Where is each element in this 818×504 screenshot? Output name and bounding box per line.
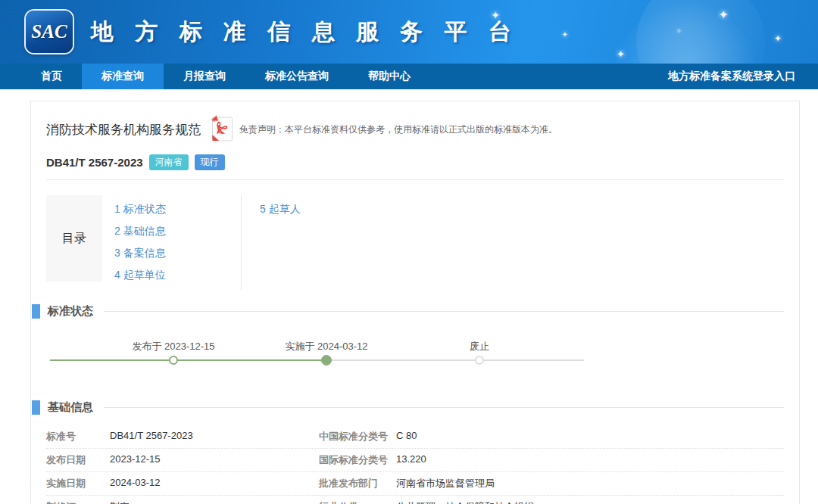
info-label: 国际标准分类号 <box>319 453 396 467</box>
toc-column-1: 1 标准状态 2 基础信息 3 备案信息 4 起草单位 <box>114 195 241 291</box>
basic-info-table: 标准号 DB41/T 2567-2023 中国标准分类号 C 80 发布日期 2… <box>46 425 784 504</box>
info-value: 制定 <box>110 500 319 504</box>
info-value: 2023-12-15 <box>110 453 319 467</box>
section-header-basic-info: 基础信息 <box>32 400 784 415</box>
globe-decoration <box>636 0 765 64</box>
nav-item-monthly-report[interactable]: 月报查询 <box>164 64 245 89</box>
timeline-dot-implemented <box>321 355 332 366</box>
info-label: 标准号 <box>46 430 110 443</box>
info-value: 公共管理、社会保障和社会组织 <box>396 500 784 504</box>
toc-link-standard-status[interactable]: 1 标准状态 <box>114 203 241 216</box>
nav-item-help-center[interactable]: 帮助中心 <box>348 64 430 89</box>
site-header: ✦ ✦ ✦ ✦ ✦ ✧ SAC 地 方 标 准 信 息 服 务 平 台 <box>0 0 818 64</box>
toc-link-drafters[interactable]: 5 起草人 <box>260 203 784 216</box>
sparkle-decoration: ✧ <box>676 27 682 35</box>
table-row: 制修订 制定 行业分类 公共管理、社会保障和社会组织 <box>46 496 784 504</box>
sparkle-decoration: ✦ <box>774 33 782 44</box>
pdf-file-icon[interactable] <box>211 115 233 145</box>
toc-link-basic-info[interactable]: 2 基础信息 <box>114 225 241 238</box>
timeline-label-published: 发布于 2023-12-15 <box>132 340 214 353</box>
sparkle-decoration: ✦ <box>617 48 625 60</box>
info-label: 实施日期 <box>46 477 110 490</box>
table-row: 发布日期 2023-12-15 国际标准分类号 13.220 <box>46 449 784 472</box>
standard-title: 消防技术服务机构服务规范 <box>46 121 201 138</box>
main-nav: 首页 标准查询 月报查询 标准公告查询 帮助中心 地方标准备案系统登录入口 <box>0 64 818 89</box>
sparkle-decoration: ✦ <box>562 30 568 39</box>
section-marker <box>32 304 40 319</box>
horizontal-divider <box>46 179 784 180</box>
disclaimer-text: 免责声明：本平台标准资料仅供参考，使用标准请以正式出版的标准版本为准。 <box>239 123 557 136</box>
province-badge: 河南省 <box>149 154 189 170</box>
table-row: 实施日期 2024-03-12 批准发布部门 河南省市场监督管理局 <box>46 472 784 496</box>
number-row: DB41/T 2567-2023 河南省 现行 <box>46 154 784 170</box>
toc-label: 目录 <box>46 195 102 282</box>
status-timeline: 发布于 2023-12-15 实施于 2024-03-12 废止 <box>46 328 784 378</box>
nav-item-home[interactable]: 首页 <box>21 64 82 89</box>
info-value: 河南省市场监督管理局 <box>396 477 784 490</box>
timeline-label-implemented: 实施于 2024-03-12 <box>285 340 367 353</box>
table-row: 标准号 DB41/T 2567-2023 中国标准分类号 C 80 <box>46 425 784 449</box>
timeline-dot-abolished <box>475 356 484 365</box>
filing-system-login-link[interactable]: 地方标准备案系统登录入口 <box>668 64 795 89</box>
info-value: 13.220 <box>396 453 784 467</box>
timeline-dot-published <box>169 356 178 365</box>
toc-link-filing-info[interactable]: 3 备案信息 <box>114 247 241 260</box>
info-label: 发布日期 <box>46 453 110 467</box>
standard-number: DB41/T 2567-2023 <box>46 156 143 169</box>
info-label: 中国标准分类号 <box>319 430 396 443</box>
info-value: 2024-03-12 <box>110 477 319 490</box>
title-row: 消防技术服务机构服务规范 免责声明：本平台标准资料仅供参考，使用标准请以正式出版… <box>46 115 784 145</box>
section-marker <box>32 400 40 415</box>
sac-logo[interactable]: SAC <box>26 11 73 53</box>
info-value: C 80 <box>396 430 784 443</box>
toc-link-drafting-org[interactable]: 4 起草单位 <box>114 269 241 282</box>
section-header-status: 标准状态 <box>32 304 784 319</box>
info-label: 制修订 <box>46 500 110 504</box>
section-title-status: 标准状态 <box>48 304 93 319</box>
section-title-basic-info: 基础信息 <box>48 400 93 415</box>
timeline-line-future <box>326 359 584 361</box>
nav-item-announcement-search[interactable]: 标准公告查询 <box>245 64 348 89</box>
table-of-contents: 目录 1 标准状态 2 基础信息 3 备案信息 4 起草单位 5 起草人 <box>46 195 784 291</box>
sparkle-decoration: ✦ <box>719 8 729 22</box>
sparkle-decoration: ✦ <box>491 9 500 21</box>
section-rule-line <box>104 407 784 408</box>
current-status-badge: 现行 <box>195 154 225 170</box>
nav-item-standard-search[interactable]: 标准查询 <box>82 64 164 89</box>
site-title: 地 方 标 准 信 息 服 务 平 台 <box>91 17 519 48</box>
info-value: DB41/T 2567-2023 <box>110 430 319 443</box>
timeline-line-done <box>50 359 326 361</box>
info-label: 批准发布部门 <box>319 477 396 490</box>
info-label: 行业分类 <box>319 500 396 504</box>
timeline-label-abolished: 废止 <box>470 340 489 353</box>
sac-logo-text: SAC <box>31 21 67 42</box>
section-rule-line <box>104 311 784 312</box>
toc-column-2: 5 起草人 <box>241 195 784 291</box>
standard-detail-card: 消防技术服务机构服务规范 免责声明：本平台标准资料仅供参考，使用标准请以正式出版… <box>30 101 800 504</box>
